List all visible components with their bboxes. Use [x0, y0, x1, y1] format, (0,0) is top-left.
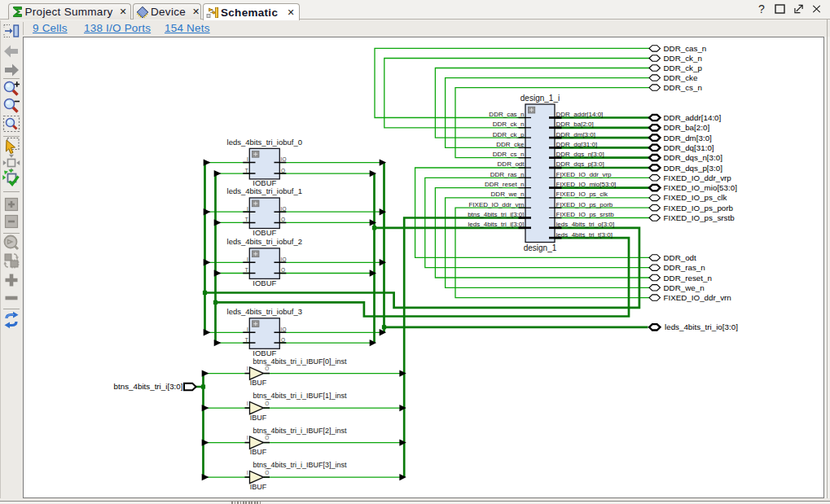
svg-text:FIXED_IO_mio[53:0]: FIXED_IO_mio[53:0]: [664, 183, 738, 192]
svg-text:IO: IO: [281, 256, 287, 262]
svg-text:leds_4bits_tri_iobuf_3: leds_4bits_tri_iobuf_3: [227, 307, 302, 316]
svg-text:IBUF: IBUF: [250, 448, 267, 456]
svg-text:O: O: [281, 337, 285, 343]
svg-text:leds_4bits_tri_i[3:0]: leds_4bits_tri_i[3:0]: [468, 221, 525, 228]
svg-text:DDR_odt: DDR_odt: [664, 253, 697, 262]
svg-text:btns_4bits_tri_i[3:0]: btns_4bits_tri_i[3:0]: [114, 382, 183, 391]
svg-text:btns_4bits_tri_i_IBUF[3]_inst: btns_4bits_tri_i_IBUF[3]_inst: [253, 461, 347, 469]
svg-text:IO: IO: [281, 156, 287, 162]
svg-text:O: O: [265, 401, 269, 406]
svg-text:I: I: [247, 327, 248, 332]
svg-text:O: O: [281, 267, 285, 273]
svg-text:DDR_cke: DDR_cke: [496, 141, 525, 148]
svg-text:DDR_ras_n: DDR_ras_n: [664, 263, 705, 272]
svg-text:DDR_addr[14:0]: DDR_addr[14:0]: [556, 111, 604, 118]
svg-text:DDR_ck_p: DDR_ck_p: [664, 64, 703, 72]
svg-text:FIXED_IO_ps_porb: FIXED_IO_ps_porb: [556, 201, 613, 208]
svg-text:leds_4bits_tri_io[3:0]: leds_4bits_tri_io[3:0]: [665, 322, 738, 331]
svg-text:btns_4bits_tri_i_IBUF[2]_inst: btns_4bits_tri_i_IBUF[2]_inst: [253, 427, 347, 435]
svg-text:FIXED_IO_ps_porb: FIXED_IO_ps_porb: [664, 204, 734, 213]
svg-text:btns_4bits_tri_i_IBUF[0]_inst: btns_4bits_tri_i_IBUF[0]_inst: [253, 357, 347, 366]
svg-text:DDR_cke: DDR_cke: [664, 73, 698, 82]
svg-text:I: I: [247, 256, 248, 262]
svg-text:IOBUF: IOBUF: [253, 348, 276, 357]
svg-text:O: O: [281, 168, 285, 173]
svg-text:DDR_dqs_n[3:0]: DDR_dqs_n[3:0]: [664, 153, 723, 162]
svg-text:design_1_i: design_1_i: [520, 94, 560, 103]
svg-text:DDR_ck_n: DDR_ck_n: [493, 121, 525, 128]
svg-text:DDR_dq[31:0]: DDR_dq[31:0]: [664, 143, 714, 152]
svg-text:DDR_dqs_n[3:0]: DDR_dqs_n[3:0]: [556, 151, 604, 158]
svg-text:DDR_we_n: DDR_we_n: [664, 283, 705, 292]
svg-text:IO: IO: [281, 206, 287, 212]
svg-text:FIXED_IO_ps_srstb: FIXED_IO_ps_srstb: [556, 211, 615, 218]
svg-text:DDR_dm[3:0]: DDR_dm[3:0]: [664, 134, 713, 142]
svg-text:T: T: [245, 337, 248, 343]
svg-text:T: T: [245, 168, 248, 173]
svg-text:IOBUF: IOBUF: [253, 228, 276, 237]
svg-text:T: T: [245, 217, 248, 222]
svg-text:FIXED_IO_ddr_vrp: FIXED_IO_ddr_vrp: [556, 171, 613, 178]
svg-text:DDR_reset_n: DDR_reset_n: [664, 274, 712, 283]
svg-text:DDR_reset_n: DDR_reset_n: [485, 181, 524, 188]
svg-text:I: I: [247, 206, 248, 212]
svg-text:DDR_ras_n: DDR_ras_n: [490, 171, 525, 178]
svg-text:btns_4bits_tri_i[3:0]: btns_4bits_tri_i[3:0]: [468, 211, 524, 218]
svg-text:DDR_ba[2:0]: DDR_ba[2:0]: [664, 123, 710, 132]
svg-text:DDR_cas_n: DDR_cas_n: [489, 111, 524, 118]
svg-text:DDR_ck_n: DDR_ck_n: [664, 54, 702, 63]
svg-text:I: I: [247, 401, 248, 406]
svg-text:IOBUF: IOBUF: [253, 278, 276, 287]
svg-text:DDR_dqs_p[3:0]: DDR_dqs_p[3:0]: [664, 164, 723, 173]
svg-text:FIXED_IO_ddr_vrn: FIXED_IO_ddr_vrn: [664, 293, 731, 302]
svg-text:IBUF: IBUF: [250, 483, 267, 491]
svg-text:FIXED_IO_ps_clk: FIXED_IO_ps_clk: [556, 191, 609, 198]
svg-text:leds_4bits_tri_iobuf_1: leds_4bits_tri_iobuf_1: [227, 186, 302, 195]
svg-text:FIXED_IO_ps_clk: FIXED_IO_ps_clk: [664, 193, 727, 202]
svg-text:leds_4bits_tri_iobuf_0: leds_4bits_tri_iobuf_0: [227, 138, 302, 147]
svg-text:leds_4bits_tri_t[3:0]: leds_4bits_tri_t[3:0]: [556, 231, 613, 239]
svg-text:DDR_dqs_p[3:0]: DDR_dqs_p[3:0]: [556, 160, 604, 168]
svg-text:btns_4bits_tri_i_IBUF[1]_inst: btns_4bits_tri_i_IBUF[1]_inst: [253, 392, 347, 400]
svg-text:DDR_we_n: DDR_we_n: [491, 191, 525, 198]
svg-text:FIXED_IO_ddr_vrn: FIXED_IO_ddr_vrn: [468, 201, 524, 208]
svg-text:IBUF: IBUF: [250, 379, 267, 387]
svg-text:FIXED_IO_mio[53:0]: FIXED_IO_mio[53:0]: [556, 181, 617, 188]
svg-text:DDR_dm[3:0]: DDR_dm[3:0]: [556, 131, 595, 138]
svg-text:O: O: [265, 470, 269, 476]
svg-text:I: I: [247, 156, 248, 162]
svg-text:FIXED_IO_ddr_vrp: FIXED_IO_ddr_vrp: [664, 173, 732, 182]
svg-text:IO: IO: [281, 327, 287, 332]
svg-text:I: I: [247, 470, 248, 476]
svg-text:leds_4bits_tri_iobuf_2: leds_4bits_tri_iobuf_2: [227, 237, 302, 246]
svg-text:leds_4bits_tri_o[3:0]: leds_4bits_tri_o[3:0]: [556, 221, 615, 228]
svg-text:I: I: [247, 435, 248, 440]
svg-text:FIXED_IO_ps_srstb: FIXED_IO_ps_srstb: [664, 213, 736, 222]
svg-text:O: O: [281, 217, 285, 222]
svg-text:T: T: [245, 267, 248, 273]
svg-text:DDR_cas_n: DDR_cas_n: [664, 44, 707, 53]
svg-text:DDR_ba[2:0]: DDR_ba[2:0]: [556, 121, 594, 128]
svg-text:DDR_addr[14:0]: DDR_addr[14:0]: [664, 113, 722, 122]
svg-text:O: O: [265, 366, 269, 371]
svg-text:DDR_cs_n: DDR_cs_n: [664, 83, 702, 92]
svg-text:O: O: [265, 435, 269, 440]
svg-text:DDR_dq[31:0]: DDR_dq[31:0]: [556, 141, 598, 148]
svg-text:DDR_odt: DDR_odt: [498, 160, 525, 168]
svg-text:IBUF: IBUF: [250, 414, 267, 422]
svg-text:DDR_ck_p: DDR_ck_p: [493, 131, 525, 138]
svg-text:design_1: design_1: [524, 243, 557, 252]
svg-text:I: I: [247, 366, 248, 371]
svg-text:DDR_cs_n: DDR_cs_n: [493, 151, 525, 158]
